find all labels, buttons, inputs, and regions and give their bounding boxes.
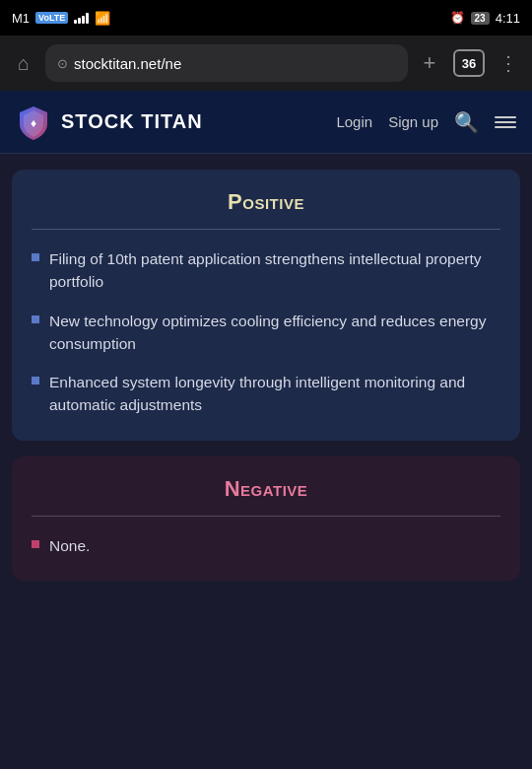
bullet-icon bbox=[32, 253, 39, 261]
list-item: None. bbox=[32, 534, 500, 557]
negative-section-title: Negative bbox=[32, 476, 500, 502]
bullet-icon bbox=[32, 377, 39, 384]
tabs-count-button[interactable]: 36 bbox=[453, 49, 485, 77]
browser-chrome: ⌂ ⊙ stocktitan.net/ne + 36 ⋮ bbox=[0, 35, 532, 91]
signup-link[interactable]: Sign up bbox=[388, 113, 438, 130]
carrier-label: M1 bbox=[12, 11, 30, 26]
list-item: Enhanced system longevity through intell… bbox=[32, 371, 500, 417]
negative-divider bbox=[32, 516, 500, 517]
positive-section-title: Positive bbox=[32, 189, 500, 215]
bullet-text: Filing of 10th patent application streng… bbox=[49, 247, 500, 294]
bullet-icon bbox=[32, 540, 39, 548]
home-button[interactable]: ⌂ bbox=[10, 49, 37, 77]
status-right: ⏰ 23 4:11 bbox=[450, 11, 520, 26]
browser-actions: + 36 ⋮ bbox=[416, 49, 522, 77]
signal-bars bbox=[74, 12, 89, 24]
bullet-text: New technology optimizes cooling efficie… bbox=[49, 310, 500, 356]
negative-bullet-list: None. bbox=[32, 534, 500, 557]
login-link[interactable]: Login bbox=[336, 113, 372, 130]
search-icon[interactable]: 🔍 bbox=[454, 110, 479, 134]
negative-card: Negative None. bbox=[12, 456, 520, 581]
hamburger-menu-button[interactable] bbox=[495, 116, 516, 128]
list-item: New technology optimizes cooling efficie… bbox=[32, 310, 500, 356]
bullet-text: None. bbox=[49, 534, 90, 557]
logo-icon: ♦ bbox=[16, 105, 51, 140]
url-text: stocktitan.net/ne bbox=[74, 55, 396, 72]
status-left: M1 VoLTE 📶 bbox=[12, 11, 110, 26]
plus-icon: + bbox=[424, 50, 436, 76]
url-bar[interactable]: ⊙ stocktitan.net/ne bbox=[45, 44, 408, 82]
wifi-icon: 📶 bbox=[95, 11, 110, 26]
site-title: STOCK TITAN bbox=[61, 110, 203, 133]
more-icon: ⋮ bbox=[499, 51, 518, 75]
positive-divider bbox=[32, 229, 500, 230]
security-icon: ⊙ bbox=[57, 56, 68, 71]
site-header: ♦ STOCK TITAN Login Sign up 🔍 bbox=[0, 91, 532, 154]
bullet-icon bbox=[32, 315, 39, 323]
time-label: 4:11 bbox=[496, 11, 520, 26]
volte-badge: VoLTE bbox=[35, 12, 68, 24]
battery-level: 23 bbox=[471, 12, 490, 25]
tabs-count-label: 36 bbox=[462, 56, 476, 71]
new-tab-button[interactable]: + bbox=[416, 49, 443, 77]
main-content: Positive Filing of 10th patent applicati… bbox=[0, 154, 532, 581]
site-nav: Login Sign up 🔍 bbox=[336, 110, 516, 134]
positive-bullet-list: Filing of 10th patent application streng… bbox=[32, 247, 500, 417]
bullet-text: Enhanced system longevity through intell… bbox=[49, 371, 500, 417]
list-item: Filing of 10th patent application streng… bbox=[32, 247, 500, 294]
status-bar: M1 VoLTE 📶 ⏰ 23 4:11 bbox=[0, 0, 532, 35]
alarm-icon: ⏰ bbox=[450, 11, 465, 25]
more-options-button[interactable]: ⋮ bbox=[495, 49, 522, 77]
svg-text:♦: ♦ bbox=[31, 116, 36, 130]
home-icon: ⌂ bbox=[18, 52, 30, 75]
site-logo: ♦ STOCK TITAN bbox=[16, 105, 203, 140]
positive-card: Positive Filing of 10th patent applicati… bbox=[12, 170, 520, 441]
